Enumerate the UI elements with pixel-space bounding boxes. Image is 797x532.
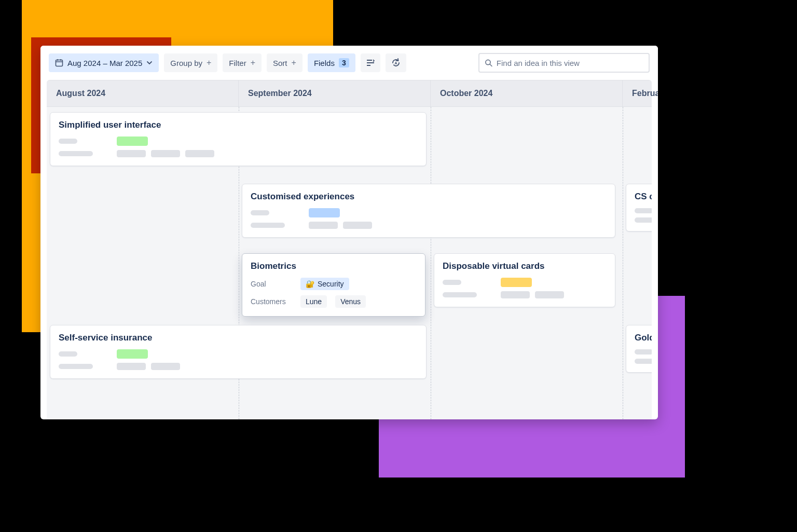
search-input-wrapper[interactable]: [478, 53, 650, 73]
idea-card-selfservice[interactable]: Self-service insurance: [50, 325, 427, 379]
date-range-button[interactable]: Aug 2024 – Mar 2025: [49, 53, 159, 72]
roadmap-app: Aug 2024 – Mar 2025 Group by + Filter + …: [40, 46, 658, 419]
skeleton: [151, 363, 180, 370]
svg-rect-0: [56, 60, 63, 66]
gridline: [431, 107, 431, 419]
skeleton: [635, 349, 652, 354]
card-title: Customised experiences: [251, 192, 607, 202]
lock-key-icon: 🔐: [306, 280, 314, 288]
skeleton: [117, 363, 146, 370]
month-column: September 2024: [239, 80, 431, 106]
goal-value: Security: [318, 280, 344, 288]
date-range-label: Aug 2024 – Mar 2025: [67, 59, 142, 67]
plus-icon: +: [251, 58, 255, 67]
card-title: Gold: [635, 333, 652, 343]
idea-card-customised[interactable]: Customised experiences: [242, 184, 615, 238]
customer-chip[interactable]: Lune: [300, 295, 327, 308]
autosave-icon: A: [391, 58, 401, 68]
search-input[interactable]: [497, 59, 643, 67]
idea-card-cs[interactable]: CS ch: [626, 184, 652, 231]
skeleton: [251, 210, 269, 215]
skeleton: [117, 150, 146, 157]
skeleton: [635, 208, 652, 213]
month-column: October 2024: [431, 80, 623, 106]
idea-card-simplified[interactable]: Simplified user interface: [50, 112, 427, 166]
skeleton: [443, 280, 461, 285]
skeleton: [59, 151, 93, 156]
skeleton-tag: [309, 208, 340, 217]
card-title: Simplified user interface: [59, 120, 418, 130]
skeleton: [443, 292, 477, 297]
toolbar: Aug 2024 – Mar 2025 Group by + Filter + …: [40, 46, 658, 80]
sort-button[interactable]: Sort +: [267, 53, 303, 72]
card-title: Biometrics: [251, 261, 417, 271]
plus-icon: +: [292, 58, 296, 67]
month-column: August 2024: [47, 80, 239, 106]
customer-chip[interactable]: Venus: [335, 295, 366, 308]
svg-line-9: [490, 64, 492, 66]
skeleton: [309, 222, 338, 229]
skeleton: [535, 291, 564, 298]
group-by-button[interactable]: Group by +: [164, 53, 217, 72]
skeleton-tag: [501, 278, 532, 287]
group-by-label: Group by: [170, 59, 202, 67]
fields-count-badge: 3: [339, 58, 349, 67]
card-title: Disposable virtual cards: [443, 261, 607, 271]
skeleton: [251, 223, 285, 228]
plus-icon: +: [207, 58, 211, 67]
autosave-button[interactable]: A: [386, 53, 406, 72]
skeleton: [59, 139, 77, 144]
skeleton-tag: [117, 137, 148, 146]
month-column: February: [623, 80, 658, 106]
card-title: CS ch: [635, 192, 652, 202]
idea-card-biometrics[interactable]: Biometrics Goal 🔐 Security Customers Lun…: [242, 253, 425, 317]
idea-card-gold[interactable]: Gold: [626, 325, 652, 373]
goal-chip-security[interactable]: 🔐 Security: [300, 278, 349, 290]
skeleton: [635, 217, 652, 223]
skeleton: [59, 351, 77, 357]
skeleton: [501, 291, 530, 298]
filter-label: Filter: [229, 59, 246, 67]
field-label-customers: Customers: [251, 297, 292, 306]
gridline: [623, 107, 623, 419]
skeleton: [151, 150, 180, 157]
filter-button[interactable]: Filter +: [223, 53, 262, 72]
fields-label: Fields: [314, 59, 335, 67]
sort-label: Sort: [273, 59, 287, 67]
calendar-icon: [55, 59, 63, 67]
search-icon: [485, 59, 492, 67]
timeline-header: August 2024 September 2024 October 2024 …: [47, 80, 652, 107]
card-title: Self-service insurance: [59, 333, 418, 343]
idea-card-disposable[interactable]: Disposable virtual cards: [434, 253, 615, 307]
layout-toggle-button[interactable]: [361, 53, 380, 72]
field-label-goal: Goal: [251, 280, 292, 288]
skeleton: [343, 222, 372, 229]
layout-icon: [366, 58, 375, 67]
skeleton: [185, 150, 214, 157]
skeleton: [635, 359, 652, 364]
svg-text:A: A: [394, 61, 397, 65]
roadmap-board: Simplified user interface Customised exp…: [47, 107, 652, 419]
fields-button[interactable]: Fields 3: [308, 53, 355, 72]
chevron-down-icon: [146, 60, 153, 66]
skeleton-tag: [117, 349, 148, 359]
skeleton: [59, 364, 93, 369]
